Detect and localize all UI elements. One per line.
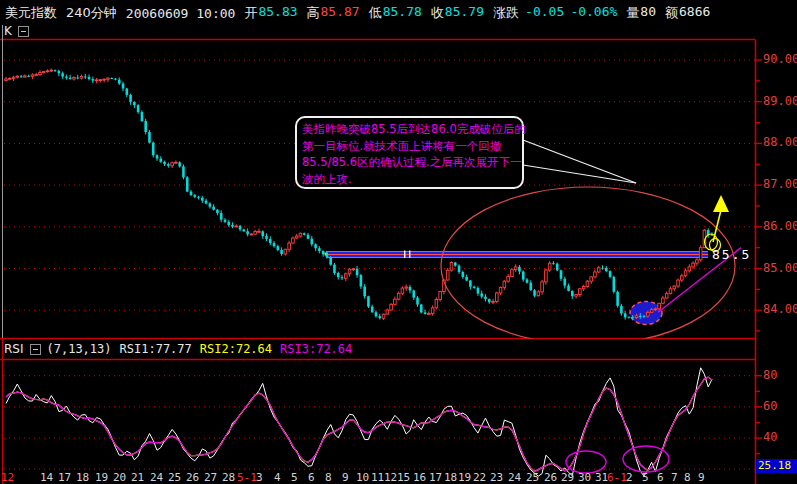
rsi1-value: RSI1:77.77 — [120, 342, 192, 356]
volume-field: 量80 — [626, 4, 656, 22]
collapse-icon[interactable] — [30, 344, 41, 355]
date-axis-label: 26 — [544, 471, 557, 484]
annotation-line: 85.5/85.6区的确认过程.之后再次展开下一 — [302, 154, 517, 171]
date-axis-label: 24 — [150, 471, 163, 484]
date-axis-label: 11 — [371, 471, 384, 484]
open-value: 85.83 — [258, 4, 297, 22]
price-axis-label: 88.00 — [763, 135, 797, 149]
annotation-line: 波的上攻. — [302, 171, 517, 188]
rsi-axis-label: 60 — [763, 399, 777, 413]
rsi3-value: RSI3:72.64 — [280, 342, 352, 356]
date-axis-label: 2 — [626, 471, 633, 484]
bottom-circle-annotation[interactable] — [630, 302, 662, 325]
rsi-chart-area[interactable] — [6, 368, 712, 476]
date-axis-label: 4 — [274, 471, 281, 484]
date-axis-label: 24 — [508, 471, 521, 484]
callout-pointer — [523, 165, 636, 183]
date-axis-label: 19 — [95, 471, 108, 484]
date-axis-label: 15 — [397, 471, 410, 484]
volume-value: 80 — [640, 4, 656, 22]
close-value: 85.79 — [445, 4, 484, 22]
rsi2-line — [6, 377, 712, 471]
rsi-indicator-label: RSI — [4, 342, 24, 356]
date-axis-label: 26 — [186, 471, 199, 484]
change-field: 涨跌 -0.05 -0.06% — [493, 4, 617, 22]
price-axis-label: 89.00 — [763, 94, 797, 108]
date-axis-label: 25 — [526, 471, 539, 484]
rsi-pane-header: RSI (7,13,13) RSI1:77.77 RSI2:72.64 RSI3… — [4, 342, 352, 356]
high-field: 高85.87 — [307, 4, 360, 22]
date-axis-label: 22 — [473, 471, 486, 484]
collapse-icon[interactable] — [18, 26, 29, 37]
change-value: -0.05 — [525, 4, 564, 22]
date-axis-label: 12 — [384, 471, 397, 484]
date-axis-label: 29 — [561, 471, 574, 484]
date-axis-label: 14 — [40, 471, 53, 484]
change-pct: -0.06% — [570, 4, 617, 22]
rsi-low-circle[interactable] — [566, 451, 606, 473]
date-axis-label: 10 — [356, 471, 369, 484]
annotation-line: 美指昨晚突破85.5后到达86.0完成破位后的 — [302, 121, 517, 138]
chart-canvas[interactable] — [0, 0, 797, 484]
date-axis-label: 23 — [490, 471, 503, 484]
open-field: 开85.83 — [244, 4, 297, 22]
date-axis-label: 27 — [204, 471, 217, 484]
date-axis-label: 18 — [76, 471, 89, 484]
price-axis-label: 86.00 — [763, 219, 797, 233]
callout-pointer — [523, 140, 636, 183]
rsi2-value: RSI2:72.64 — [200, 342, 272, 356]
date-axis-label: 7 — [671, 471, 678, 484]
price-axis-label: 87.00 — [763, 177, 797, 191]
annotation-line: 第一目标位.就技术面上讲将有一个回撤 — [302, 138, 517, 155]
symbol-name: 美元指数 — [5, 4, 57, 22]
date-axis-label: 17 — [58, 471, 71, 484]
date-axis-label: 30 — [578, 471, 591, 484]
amount-field: 额6866 — [665, 4, 710, 22]
date-axis-label: 6 — [657, 471, 664, 484]
date-axis-label: 6 — [308, 471, 315, 484]
title-bar: 美元指数 240分钟 20060609 10:00 开85.83 高85.87 … — [5, 4, 710, 22]
high-value: 85.87 — [321, 4, 360, 22]
main-pane-header: K — [4, 24, 29, 38]
date-axis-label: 16 — [413, 471, 426, 484]
period-label[interactable]: 240分钟 — [66, 4, 117, 22]
datetime-value: 20060609 10:00 — [126, 6, 236, 21]
date-axis-label: 17 — [429, 471, 442, 484]
up-arrow-icon — [713, 195, 729, 212]
amount-value: 6866 — [679, 4, 710, 22]
date-axis-label: 28 — [222, 471, 235, 484]
big-circle-annotation — [441, 187, 735, 345]
date-axis-label: 5 — [291, 471, 298, 484]
date-axis-label: 19 — [458, 471, 471, 484]
date-axis-label: 6-1 — [607, 471, 627, 484]
rsi-current-marker: 25.18 — [756, 459, 797, 473]
date-axis-label: 20 — [113, 471, 126, 484]
annotation-callout[interactable]: 美指昨晚突破85.5后到达86.0完成破位后的 第一目标位.就技术面上讲将有一个… — [295, 116, 524, 189]
date-axis-label: 21 — [131, 471, 144, 484]
rsi-axis-label: 80 — [763, 368, 777, 382]
price-axis-label: 84.00 — [763, 302, 797, 316]
date-axis-label: 8 — [325, 471, 332, 484]
main-indicator-label: K — [4, 24, 12, 38]
candlestick-series — [5, 69, 714, 320]
date-axis-label: 9 — [342, 471, 349, 484]
price-axis-label: 85.00 — [763, 261, 797, 275]
trading-app-window: 美元指数 240分钟 20060609 10:00 开85.83 高85.87 … — [0, 0, 797, 484]
close-field: 收85.79 — [431, 4, 484, 22]
date-axis-label: 8 — [684, 471, 691, 484]
rsi-low-circle[interactable] — [623, 446, 669, 472]
date-axis-label: 25 — [168, 471, 181, 484]
low-field: 低85.78 — [369, 4, 422, 22]
rsi-params: (7,13,13) — [47, 342, 112, 356]
resistance-band[interactable] — [325, 251, 709, 259]
date-axis-label: 12 — [1, 471, 14, 484]
breakout-price-label: 85.5 — [712, 247, 751, 262]
rsi-axis-label: 40 — [763, 430, 777, 444]
main-chart-area[interactable] — [5, 69, 741, 345]
date-axis-label: 5-1 — [237, 471, 257, 484]
date-axis-label: 9 — [698, 471, 705, 484]
date-axis-label: 18 — [444, 471, 457, 484]
rsi3-line — [6, 377, 712, 471]
low-value: 85.78 — [383, 4, 422, 22]
date-axis-label: 3 — [256, 471, 263, 484]
